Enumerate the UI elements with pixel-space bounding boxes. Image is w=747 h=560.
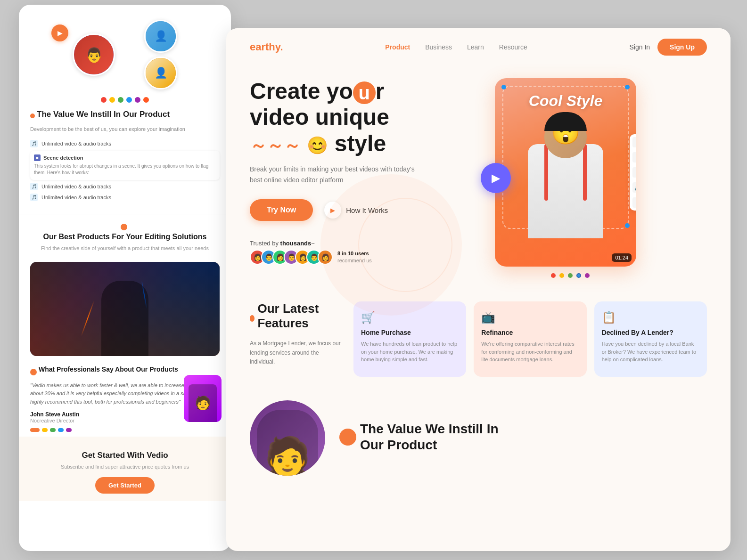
get-started-section: Get Started With Vedio Subscribe and fin… [19, 437, 231, 502]
feature-item-3: 🎵 Unlimited video & audio tracks [30, 183, 220, 190]
hero-title: Create your video unique ～～～ 😊 style [250, 78, 476, 156]
bottom-badge-dot [339, 429, 356, 446]
signup-button[interactable]: Sign Up [657, 39, 707, 56]
hero-highlight-char: u [353, 81, 376, 104]
nav-link-product[interactable]: Product [385, 43, 410, 51]
trusted-text: Trusted by thousands~ [250, 240, 372, 247]
refinance-title: Refinance [481, 329, 579, 336]
features-badge-dot [250, 315, 254, 322]
corner-dot-tl [501, 85, 506, 89]
feature-card-declined: 📋 Declined By A Lender? Have you been de… [594, 301, 707, 377]
hero-emoji: 😊 [307, 136, 328, 155]
best-products-subtitle: Find the creative side of yourself with … [30, 244, 220, 252]
dot-blue[interactable] [576, 273, 581, 278]
declined-text: Have you been declined by a local Bank o… [602, 340, 699, 364]
navbar: earthy. Product Business Learn Resource … [226, 28, 731, 64]
duration-badge: 01:24 [612, 253, 632, 262]
bottom-title: The Value We Instill In Our Product [339, 421, 707, 454]
declined-icon: 📋 [602, 311, 699, 324]
dot-red[interactable] [551, 273, 556, 278]
testimonial-badge [30, 369, 37, 375]
testimonial-title: What Professionals Say About Our Product… [39, 365, 220, 373]
mockup-person: 😲 [514, 106, 617, 238]
hero-content-left: Create your video unique ～～～ 😊 style Bre… [250, 78, 476, 265]
right-card: earthy. Product Business Learn Resource … [226, 28, 731, 551]
declined-title: Declined By A Lender? [602, 329, 699, 336]
testimonial-dots [30, 428, 220, 432]
signin-button[interactable]: Sign In [630, 43, 650, 51]
home-purchase-title: Home Purchase [361, 329, 459, 336]
best-products-title: Our Best Products For Your Editing Solut… [30, 232, 220, 242]
left-best-products: Our Best Products For Your Editing Solut… [19, 214, 231, 262]
features-header: Our Latest Features As a Mortgage Lender… [250, 301, 344, 366]
nav-link-resource[interactable]: Resource [499, 43, 527, 51]
dot-yellow[interactable] [559, 273, 564, 278]
avatar-stack: 👩 👨 👩 👨 👩 👨 👩 [250, 250, 333, 265]
bottom-person-image: 🧑 [250, 400, 325, 476]
hero-title-rest1: r [376, 79, 385, 104]
left-product-title: The Value We Instill In Our Product [37, 109, 170, 120]
features-title: Our Latest Features [257, 301, 344, 331]
trusted-row: Trusted by thousands~ 👩 👨 👩 👨 👩 👨 👩 [250, 240, 476, 265]
how-it-works-button[interactable]: ▶ How It Works [324, 202, 388, 219]
refinance-text: We're offering comparative interest rate… [481, 340, 579, 364]
bottom-product-title: The Value We Instill In Our Product [360, 421, 499, 453]
try-now-button[interactable]: Try Now [250, 199, 313, 221]
left-card: 👨 ▶ 👤 👤 [19, 5, 231, 551]
play-button-small[interactable]: ▶ [80, 24, 97, 41]
nav-links: Product Business Learn Resource [385, 43, 527, 51]
toolbar-icon-2: ⊡ [632, 152, 636, 162]
feature-card-refinance: 📺 Refinance We're offering comparative i… [474, 301, 586, 377]
hero-title-line2: video unique [250, 105, 389, 130]
corner-dot-tr [625, 85, 630, 89]
hero-description: Break your limits in making your best vi… [250, 164, 429, 187]
get-started-subtitle: Subscribe and find super attractive pric… [30, 463, 220, 471]
features-description: As a Mortgage Lender, we focus our lendi… [250, 339, 344, 366]
dot-purple[interactable] [585, 273, 590, 278]
recommend-text: 8 in 10 usersrecommend us [337, 250, 372, 265]
testimonial-image: 🧑 [184, 375, 222, 422]
get-started-title: Get Started With Vedio [30, 451, 220, 460]
dot-green[interactable] [568, 273, 573, 278]
testimonial-section: What Professionals Say About Our Product… [19, 356, 231, 437]
trust-avatar-7: 👩 [318, 250, 333, 265]
toolbar-icon-4: 🔊 [632, 182, 636, 193]
feature-card-home-purchase: 🛒 Home Purchase We have hundreds of loan… [353, 301, 466, 377]
bottom-section: 🧑 The Value We Instill In Our Product [226, 391, 731, 485]
hero-buttons: Try Now ▶ How It Works [250, 199, 476, 221]
trusted-section: Trusted by thousands~ 👩 👨 👩 👨 👩 👨 👩 [250, 240, 476, 265]
hero-right: Cool Style 😲 0 [495, 78, 646, 278]
left-product-subtitle: Development to be the best of us, you ca… [30, 125, 220, 133]
scene-detection-box: ■ Scene detection This system looks for … [30, 151, 220, 180]
feature-item-1: 🎵 Unlimited video & audio tracks [30, 140, 220, 147]
badge-dot [121, 224, 127, 230]
refinance-icon: 📺 [481, 311, 579, 324]
hero-title-style: style [335, 131, 386, 156]
feature-cards: 🛒 Home Purchase We have hundreds of loan… [353, 301, 707, 377]
hero-section: Create your video unique ～～～ 😊 style Bre… [226, 64, 731, 292]
nav-link-learn[interactable]: Learn [467, 43, 484, 51]
hero-title-line1: Create yo [250, 79, 353, 104]
video-block[interactable]: ▶ [30, 262, 220, 356]
video-mockup: Cool Style 😲 0 [495, 78, 636, 267]
toolbar-icon-1: ⊞ [632, 137, 636, 147]
feature-item-4: 🎵 Unlimited video & audio tracks [30, 194, 220, 201]
mockup-toolbar: ⊞ ⊡ T 🔊 ✂ [630, 134, 636, 211]
how-play-icon: ▶ [324, 202, 341, 219]
nav-link-business[interactable]: Business [425, 43, 452, 51]
hero-wave: ～～～ [250, 136, 301, 155]
avatar-medium-1: 👤 [144, 20, 177, 53]
left-section-feature: 👨 ▶ 👤 👤 [19, 5, 231, 214]
hero-play-button[interactable]: ▶ [481, 163, 511, 193]
home-purchase-text: We have hundreds of loan product to help… [361, 340, 459, 364]
features-section: Our Latest Features As a Mortgage Lender… [226, 292, 731, 391]
avatar-medium-2: 👤 [144, 57, 177, 89]
get-started-button[interactable]: Get Started [95, 477, 155, 494]
home-purchase-icon: 🛒 [361, 311, 459, 324]
logo: earthy. [250, 41, 283, 53]
corner-dot-br [625, 223, 630, 228]
toolbar-icon-3: T [632, 167, 636, 178]
toolbar-icon-5: ✂ [632, 197, 636, 208]
mockup-color-dots [495, 273, 646, 278]
nav-actions: Sign In Sign Up [630, 39, 707, 56]
